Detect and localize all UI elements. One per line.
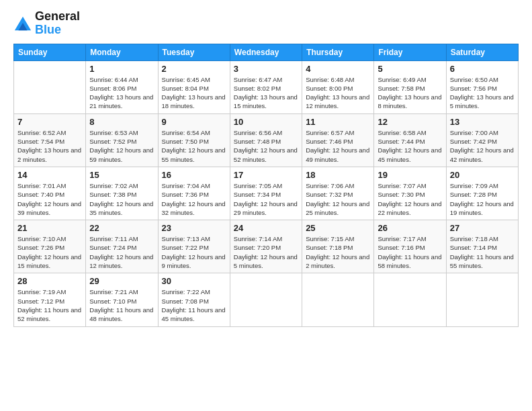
day-number: 7	[17, 117, 82, 127]
day-number: 6	[450, 64, 515, 74]
week-row-2: 7Sunrise: 6:52 AMSunset: 7:54 PMDaylight…	[14, 113, 519, 167]
calendar-cell: 5Sunrise: 6:49 AMSunset: 7:58 PMDaylight…	[374, 60, 446, 113]
week-row-4: 21Sunrise: 7:10 AMSunset: 7:26 PMDayligh…	[14, 220, 519, 273]
day-info: Sunrise: 7:02 AMSunset: 7:38 PMDaylight:…	[89, 181, 154, 217]
calendar-cell: 29Sunrise: 7:21 AMSunset: 7:10 PMDayligh…	[86, 273, 158, 326]
day-number: 17	[234, 170, 298, 180]
calendar-cell: 20Sunrise: 7:09 AMSunset: 7:28 PMDayligh…	[446, 167, 518, 220]
calendar-cell: 28Sunrise: 7:19 AMSunset: 7:12 PMDayligh…	[14, 273, 86, 326]
calendar-cell: 6Sunrise: 6:50 AMSunset: 7:56 PMDaylight…	[446, 60, 518, 113]
calendar-cell: 27Sunrise: 7:18 AMSunset: 7:14 PMDayligh…	[446, 220, 518, 273]
day-info: Sunrise: 7:00 AMSunset: 7:42 PMDaylight:…	[450, 128, 515, 164]
day-number: 14	[17, 170, 82, 180]
calendar-cell: 23Sunrise: 7:13 AMSunset: 7:22 PMDayligh…	[158, 220, 230, 273]
day-info: Sunrise: 7:07 AMSunset: 7:30 PMDaylight:…	[378, 181, 442, 217]
day-number: 19	[378, 170, 442, 180]
day-info: Sunrise: 6:58 AMSunset: 7:44 PMDaylight:…	[378, 128, 442, 164]
day-number: 9	[162, 117, 226, 127]
day-number: 27	[450, 223, 515, 233]
day-info: Sunrise: 7:01 AMSunset: 7:40 PMDaylight:…	[17, 181, 82, 217]
week-row-3: 14Sunrise: 7:01 AMSunset: 7:40 PMDayligh…	[14, 167, 519, 220]
calendar-cell: 17Sunrise: 7:05 AMSunset: 7:34 PMDayligh…	[230, 167, 302, 220]
day-number: 20	[450, 170, 515, 180]
calendar-cell: 19Sunrise: 7:07 AMSunset: 7:30 PMDayligh…	[374, 167, 446, 220]
calendar-cell	[374, 273, 446, 326]
logo-icon	[13, 14, 32, 33]
day-info: Sunrise: 7:19 AMSunset: 7:12 PMDaylight:…	[17, 287, 82, 323]
calendar-cell: 9Sunrise: 6:54 AMSunset: 7:50 PMDaylight…	[158, 113, 230, 167]
weekday-header-row: SundayMondayTuesdayWednesdayThursdayFrid…	[14, 44, 519, 60]
day-info: Sunrise: 7:10 AMSunset: 7:26 PMDaylight:…	[17, 234, 82, 270]
day-info: Sunrise: 7:06 AMSunset: 7:32 PMDaylight:…	[306, 181, 370, 217]
day-number: 21	[17, 223, 82, 233]
day-info: Sunrise: 7:14 AMSunset: 7:20 PMDaylight:…	[234, 234, 298, 270]
weekday-header-monday: Monday	[86, 44, 158, 60]
week-row-5: 28Sunrise: 7:19 AMSunset: 7:12 PMDayligh…	[14, 273, 519, 326]
day-number: 30	[162, 276, 226, 286]
day-info: Sunrise: 6:50 AMSunset: 7:56 PMDaylight:…	[450, 75, 515, 111]
calendar-cell: 21Sunrise: 7:10 AMSunset: 7:26 PMDayligh…	[14, 220, 86, 273]
calendar-cell: 2Sunrise: 6:45 AMSunset: 8:04 PMDaylight…	[158, 60, 230, 113]
day-number: 22	[89, 223, 154, 233]
day-number: 5	[378, 64, 442, 74]
day-number: 28	[17, 276, 82, 286]
weekday-header-tuesday: Tuesday	[158, 44, 230, 60]
logo-text: General Blue	[35, 10, 80, 37]
day-info: Sunrise: 7:13 AMSunset: 7:22 PMDaylight:…	[162, 234, 226, 270]
calendar-cell	[302, 273, 374, 326]
day-number: 24	[234, 223, 298, 233]
day-info: Sunrise: 7:15 AMSunset: 7:18 PMDaylight:…	[306, 234, 370, 270]
weekday-header-thursday: Thursday	[302, 44, 374, 60]
calendar-cell: 26Sunrise: 7:17 AMSunset: 7:16 PMDayligh…	[374, 220, 446, 273]
calendar-cell: 4Sunrise: 6:48 AMSunset: 8:00 PMDaylight…	[302, 60, 374, 113]
day-info: Sunrise: 7:04 AMSunset: 7:36 PMDaylight:…	[162, 181, 226, 217]
day-number: 1	[89, 64, 154, 74]
day-info: Sunrise: 7:18 AMSunset: 7:14 PMDaylight:…	[450, 234, 515, 270]
calendar-cell	[230, 273, 302, 326]
calendar-cell: 18Sunrise: 7:06 AMSunset: 7:32 PMDayligh…	[302, 167, 374, 220]
header: General Blue	[13, 10, 519, 37]
day-info: Sunrise: 7:21 AMSunset: 7:10 PMDaylight:…	[89, 287, 154, 323]
calendar-cell: 24Sunrise: 7:14 AMSunset: 7:20 PMDayligh…	[230, 220, 302, 273]
calendar-cell: 12Sunrise: 6:58 AMSunset: 7:44 PMDayligh…	[374, 113, 446, 167]
weekday-header-saturday: Saturday	[446, 44, 518, 60]
calendar-cell: 15Sunrise: 7:02 AMSunset: 7:38 PMDayligh…	[86, 167, 158, 220]
day-number: 23	[162, 223, 226, 233]
day-number: 10	[234, 117, 298, 127]
day-info: Sunrise: 6:57 AMSunset: 7:46 PMDaylight:…	[306, 128, 370, 164]
day-number: 11	[306, 117, 370, 127]
day-info: Sunrise: 6:48 AMSunset: 8:00 PMDaylight:…	[306, 75, 370, 111]
day-number: 26	[378, 223, 442, 233]
day-info: Sunrise: 7:05 AMSunset: 7:34 PMDaylight:…	[234, 181, 298, 217]
calendar-cell: 25Sunrise: 7:15 AMSunset: 7:18 PMDayligh…	[302, 220, 374, 273]
day-info: Sunrise: 6:56 AMSunset: 7:48 PMDaylight:…	[234, 128, 298, 164]
calendar-cell: 22Sunrise: 7:11 AMSunset: 7:24 PMDayligh…	[86, 220, 158, 273]
day-info: Sunrise: 7:11 AMSunset: 7:24 PMDaylight:…	[89, 234, 154, 270]
calendar-cell	[446, 273, 518, 326]
day-number: 29	[89, 276, 154, 286]
day-number: 16	[162, 170, 226, 180]
day-number: 25	[306, 223, 370, 233]
day-info: Sunrise: 7:17 AMSunset: 7:16 PMDaylight:…	[378, 234, 442, 270]
calendar: SundayMondayTuesdayWednesdayThursdayFrid…	[13, 44, 519, 327]
calendar-cell: 1Sunrise: 6:44 AMSunset: 8:06 PMDaylight…	[86, 60, 158, 113]
weekday-header-friday: Friday	[374, 44, 446, 60]
calendar-cell: 10Sunrise: 6:56 AMSunset: 7:48 PMDayligh…	[230, 113, 302, 167]
day-info: Sunrise: 6:52 AMSunset: 7:54 PMDaylight:…	[17, 128, 82, 164]
day-info: Sunrise: 6:47 AMSunset: 8:02 PMDaylight:…	[234, 75, 298, 111]
day-number: 18	[306, 170, 370, 180]
calendar-cell: 3Sunrise: 6:47 AMSunset: 8:02 PMDaylight…	[230, 60, 302, 113]
day-info: Sunrise: 7:22 AMSunset: 7:08 PMDaylight:…	[162, 287, 226, 323]
day-number: 4	[306, 64, 370, 74]
day-info: Sunrise: 6:45 AMSunset: 8:04 PMDaylight:…	[162, 75, 226, 111]
day-number: 8	[89, 117, 154, 127]
calendar-cell: 11Sunrise: 6:57 AMSunset: 7:46 PMDayligh…	[302, 113, 374, 167]
day-number: 2	[162, 64, 226, 74]
weekday-header-sunday: Sunday	[14, 44, 86, 60]
day-info: Sunrise: 7:09 AMSunset: 7:28 PMDaylight:…	[450, 181, 515, 217]
calendar-cell: 14Sunrise: 7:01 AMSunset: 7:40 PMDayligh…	[14, 167, 86, 220]
page: General Blue SundayMondayTuesdayWednesda…	[0, 0, 532, 411]
week-row-1: 1Sunrise: 6:44 AMSunset: 8:06 PMDaylight…	[14, 60, 519, 113]
calendar-cell: 16Sunrise: 7:04 AMSunset: 7:36 PMDayligh…	[158, 167, 230, 220]
day-number: 15	[89, 170, 154, 180]
